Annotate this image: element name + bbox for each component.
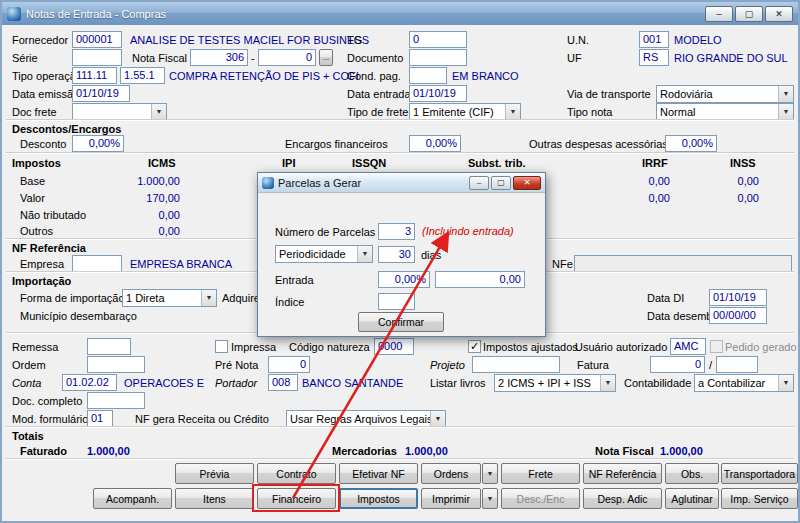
impostos-ajustados-checkbox[interactable]: ✓ (468, 340, 481, 353)
remessa-label: Remessa (12, 340, 58, 354)
uf-code-field[interactable]: RS (639, 49, 669, 66)
previa-button[interactable]: Prévia (175, 463, 254, 484)
indice-field[interactable] (378, 293, 415, 310)
serie-field[interactable] (72, 49, 122, 66)
valor-icms-value: 170,00 (102, 191, 180, 205)
encargos-field[interactable]: 0,00% (409, 135, 461, 152)
window: Notas de Entrada - Compras – ▢ ✕ Fornece… (0, 0, 800, 523)
tipo-frete-label: Tipo de frete (347, 105, 408, 119)
desp-adic-button[interactable]: Desp. Adic (583, 488, 662, 509)
forma-importacao-value: 1 Direta (126, 292, 165, 304)
dialog-maximize-button[interactable]: ▢ (491, 176, 511, 190)
fatura-label: Fatura (577, 358, 609, 372)
codigo-natureza-field[interactable]: 0000 (374, 338, 414, 355)
data-desembaraco-field[interactable]: 00/00/00 (709, 307, 767, 324)
transportadora-button[interactable]: Transportadora (721, 463, 798, 484)
doc-completo-field[interactable] (87, 392, 145, 409)
cond-pag-field[interactable] (409, 67, 447, 84)
projeto-field[interactable] (472, 356, 560, 373)
mod-formulario-field[interactable]: 01 (87, 410, 113, 427)
nota-fiscal-browse-button[interactable]: ... (319, 49, 333, 66)
acompanh-button[interactable]: Acompanh. (93, 488, 172, 509)
valor-irrf-value: 0,00 (592, 191, 670, 205)
dialog-minimize-button[interactable]: – (469, 176, 489, 190)
tg-field[interactable]: 0 (409, 31, 467, 48)
empresa-field[interactable] (72, 255, 122, 272)
contabilidade-select[interactable]: a Contabilizar▼ (694, 374, 794, 392)
data-di-field[interactable]: 01/10/19 (709, 289, 767, 306)
col-ipi: IPI (282, 156, 295, 170)
data-emissao-field[interactable]: 01/10/19 (72, 85, 130, 102)
listar-livros-label: Listar livros (430, 376, 486, 390)
tipo-operacao-code1-field[interactable]: 111.11 (72, 67, 117, 84)
portador-field[interactable]: 008 (268, 374, 298, 391)
periodicidade-dias-field[interactable]: 30 (378, 246, 415, 263)
imprimir-dropdown-button[interactable]: ▼ (482, 488, 498, 509)
un-code-field[interactable]: 001 (639, 31, 669, 48)
nf-referencia-button[interactable]: NF Referência (583, 463, 662, 484)
data-entrada-field[interactable]: 01/10/19 (409, 85, 467, 102)
nota-fiscal-number-field[interactable]: 306 (190, 49, 248, 66)
doc-completo-label: Doc. completo (12, 394, 82, 408)
periodicidade-select[interactable]: Periodicidade▼ (275, 245, 373, 263)
outras-despesas-field[interactable]: 0,00% (665, 135, 717, 152)
documento-field[interactable] (409, 49, 467, 66)
fatura2-field[interactable] (716, 356, 758, 373)
impressa-checkbox[interactable] (215, 340, 228, 353)
app-icon (7, 7, 21, 21)
serie-label: Série (12, 51, 38, 65)
conta-field[interactable]: 01.02.02 (62, 374, 117, 391)
maximize-button[interactable]: ▢ (735, 6, 763, 22)
efetivar-nf-button[interactable]: Efetivar NF (339, 463, 418, 484)
entrada-pct-field[interactable]: 0,00% (378, 271, 430, 288)
nf-gera-label: NF gera Receita ou Crédito (135, 412, 269, 426)
portador-label: Portador (215, 376, 257, 390)
tipo-operacao-code2-field[interactable]: 1.55.1 (120, 67, 165, 84)
remessa-field[interactable] (87, 338, 131, 355)
listar-livros-select[interactable]: 2 ICMS + IPI + ISS▼ (494, 374, 616, 392)
usuario-autorizado-field[interactable]: AMC (670, 338, 706, 355)
imprimir-button[interactable]: Imprimir (421, 488, 481, 509)
itens-button[interactable]: Itens (175, 488, 254, 509)
ordens-dropdown-button[interactable]: ▼ (482, 463, 498, 484)
nota-fiscal-total-label: Nota Fiscal (595, 444, 654, 458)
fornecedor-code-field[interactable]: 000001 (72, 31, 122, 48)
obs-button[interactable]: Obs. (665, 463, 719, 484)
close-button[interactable]: ✕ (765, 6, 793, 22)
pre-nota-field[interactable]: 0 (268, 356, 310, 373)
desc-enc-button[interactable]: Desc./Enc (501, 488, 580, 509)
close-icon: ✕ (775, 9, 783, 19)
confirmar-button[interactable]: Confirmar (358, 312, 444, 332)
section-descontos-encargos: Descontos/Encargos (12, 122, 121, 136)
tipo-frete-value: 1 Emitente (CIF) (413, 106, 494, 118)
dialog-controls: – ▢ ✕ (469, 176, 541, 190)
via-transporte-select[interactable]: Rodoviária▼ (656, 85, 794, 103)
periodicidade-value: Periodicidade (279, 248, 346, 260)
num-parcelas-field[interactable]: 3 (378, 223, 415, 240)
check-icon: ✓ (470, 341, 479, 352)
pedido-gerado-label: Pedido gerado (725, 340, 797, 354)
impostos-button[interactable]: Impostos (339, 488, 418, 509)
tipo-operacao-desc: COMPRA RETENÇÃO DE PIS + COFI (169, 69, 359, 83)
ordem-field[interactable] (87, 356, 145, 373)
divider (6, 458, 794, 460)
via-transporte-value: Rodoviária (660, 88, 713, 100)
nfe-label: NFe (552, 257, 573, 271)
entrada-valor-field[interactable]: 0,00 (435, 271, 525, 288)
divider (6, 119, 794, 121)
desconto-field[interactable]: 0,00% (72, 135, 124, 152)
forma-importacao-select[interactable]: 1 Direta▼ (122, 289, 217, 307)
contrato-button[interactable]: Contrato (257, 463, 336, 484)
mercadorias-value: 1.000,00 (405, 444, 448, 458)
dialog-close-button[interactable]: ✕ (513, 176, 541, 190)
minimize-button[interactable]: – (705, 6, 733, 22)
frete-button[interactable]: Frete (501, 463, 580, 484)
outras-despesas-label: Outras despesas acessórias (529, 137, 668, 151)
aglutinar-button[interactable]: Aglutinar (665, 488, 719, 509)
fatura-field[interactable]: 0 (650, 356, 705, 373)
dialog-title-bar: Parcelas a Gerar – ▢ ✕ (258, 173, 545, 193)
imp-servico-button[interactable]: Imp. Serviço (721, 488, 798, 509)
ordens-button[interactable]: Ordens (421, 463, 481, 484)
nota-fiscal-sub-field[interactable]: 0 (258, 49, 316, 66)
chevron-down-icon: ▼ (487, 470, 494, 477)
